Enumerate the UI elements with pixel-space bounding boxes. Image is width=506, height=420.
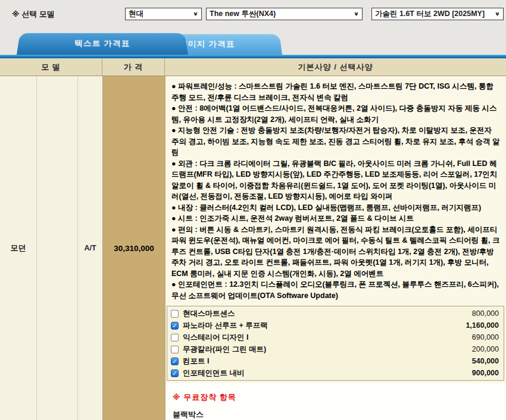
checkbox-checked-icon[interactable]: ✓ — [171, 369, 179, 377]
table-header: 모 델 가 격 기본사양 / 선택사양 — [0, 58, 506, 76]
price-value: 30,310,000 — [114, 244, 154, 253]
empty-model-subcell — [37, 76, 78, 420]
model-dropdown[interactable]: The new 투싼(NX4) ∨ — [206, 8, 363, 20]
price-cell: 30,310,000 — [103, 76, 165, 420]
option-label: 인포테인먼트 내비 — [183, 368, 244, 378]
option-price: 800,000 — [472, 309, 499, 318]
option-label: 무광칼라(파인 그린 매트) — [183, 344, 266, 355]
spec-upper-area: ● 파워트레인/성능 : 스마트스트림 가솔린 1.6 터보 엔진, 스마트스트… — [165, 76, 506, 383]
options-list: 현대스마트센스800,000✓파노라마 선루프 + 루프랙1,160,000익스… — [167, 306, 504, 381]
free-item: 블랙박스 — [173, 409, 506, 420]
option-row: ✓인포테인먼트 내비900,000 — [167, 367, 504, 379]
chevron-down-icon: ∨ — [495, 11, 500, 17]
option-label: 익스테리어 디자인 I — [183, 333, 248, 343]
tab-text-price[interactable]: 텍스트 가격표 — [17, 33, 188, 55]
chevron-down-icon: ∨ — [193, 11, 198, 17]
trim-name: 모던 — [11, 243, 26, 253]
spec-cell: ● 파워트레인/성능 : 스마트스트림 가솔린 1.6 터보 엔진, 스마트스트… — [165, 76, 506, 420]
tab-row: 이미지 가격표 텍스트 가격표 — [0, 30, 506, 55]
grade-dropdown-value: 가솔린 1.6T 터보 2WD [2025MY] — [375, 9, 492, 19]
checkbox-unchecked-icon[interactable] — [171, 346, 179, 353]
checkbox-unchecked-icon[interactable] — [171, 334, 179, 341]
checkbox-checked-icon[interactable]: ✓ — [171, 322, 179, 330]
price-sheet-page: ※ 선택 모델 현대 ∨ The new 투싼(NX4) ∨ 가솔린 1.6T … — [0, 0, 506, 420]
option-row: 익스테리어 디자인 I690,000 — [167, 331, 504, 343]
option-row: ✓파노라마 선루프 + 루프랙1,160,000 — [167, 319, 504, 331]
spec-paragraph: ● 파워트레인/성능 : 스마트스트림 가솔린 1.6 터보 엔진, 스마트스트… — [171, 81, 501, 103]
model-select-bar: ※ 선택 모델 현대 ∨ The new 투싼(NX4) ∨ 가솔린 1.6T … — [0, 0, 506, 30]
free-items-title: ※ 무료장착 항목 — [173, 392, 506, 403]
col-header-model: 모 델 — [0, 58, 102, 76]
option-label: 현대스마트센스 — [183, 309, 235, 319]
spec-paragraph: ● 편의 : 버튼 시동 & 스마트키, 스마트키 원격시동, 전동식 파킹 브… — [171, 224, 501, 280]
tab-text-price-label: 텍스트 가격표 — [74, 39, 130, 49]
col-header-spec: 기본사양 / 선택사양 — [165, 58, 506, 76]
base-spec-list: ● 파워트레인/성능 : 스마트스트림 가솔린 1.6 터보 엔진, 스마트스트… — [165, 76, 506, 305]
option-row: 무광칼라(파인 그린 매트)200,000 — [167, 343, 504, 355]
grade-dropdown[interactable]: 가솔린 1.6T 터보 2WD [2025MY] ∨ — [371, 8, 504, 20]
col-header-price: 가 격 — [102, 58, 165, 76]
brand-dropdown-value: 현대 — [129, 9, 190, 19]
tab-image-price-label: 이미지 가격표 — [179, 39, 235, 49]
option-price: 900,000 — [472, 369, 499, 377]
brand-dropdown[interactable]: 현대 ∨ — [125, 8, 202, 20]
spec-paragraph: ● 인포테인먼트 : 12.3인치 디스플레이 오디오(블루링크, 폰 프로젝션… — [171, 279, 501, 301]
table-body: 모던 A/T 30,310,000 ● 파워트레인/성능 : 스마트스트림 가솔… — [0, 76, 506, 420]
spec-paragraph: ● 시트 : 인조가죽 시트, 운전석 2way 럼버서포트, 2열 폴드 & … — [171, 213, 501, 224]
checkbox-unchecked-icon[interactable] — [171, 310, 179, 318]
spec-paragraph: ● 내장 : 클러스터(4.2인치 컬러 LCD), LED 실내등(맵램프, … — [171, 202, 501, 214]
option-price: 540,000 — [472, 357, 499, 365]
chevron-down-icon: ∨ — [354, 11, 359, 17]
free-items-list: 블랙박스 — [173, 409, 506, 420]
option-row: ✓컴포트 I540,000 — [167, 355, 504, 367]
option-price: 1,160,000 — [466, 321, 499, 330]
option-label: 컴포트 I — [183, 356, 209, 366]
option-row: 현대스마트센스800,000 — [167, 308, 504, 319]
spec-paragraph: ● 안전 : 8에어백(1열 어드밴스드/사이드, 전복대응커튼, 2열 사이드… — [171, 103, 501, 125]
option-price: 690,000 — [472, 333, 499, 341]
model-dropdown-value: The new 투싼(NX4) — [210, 9, 351, 19]
transmission-value: A/T — [84, 244, 96, 252]
free-items-section: ※ 무료장착 항목 블랙박스 — [165, 383, 506, 420]
spec-paragraph: ● 외관 : 다크 크롬 라디에이터 그릴, 유광블랙 B/C 필라, 아웃사이… — [171, 158, 501, 202]
option-price: 200,000 — [472, 345, 499, 353]
transmission-cell: A/T — [78, 76, 103, 420]
checkbox-checked-icon[interactable]: ✓ — [171, 358, 179, 365]
spec-paragraph: ● 지능형 안전 기술 : 전방 충돌방지 보조(차량/보행자/자전거 탑승자)… — [171, 125, 501, 158]
option-label: 파노라마 선루프 + 루프랙 — [183, 321, 268, 331]
trim-cell: 모던 — [0, 76, 37, 420]
select-model-label: ※ 선택 모델 — [12, 9, 55, 20]
